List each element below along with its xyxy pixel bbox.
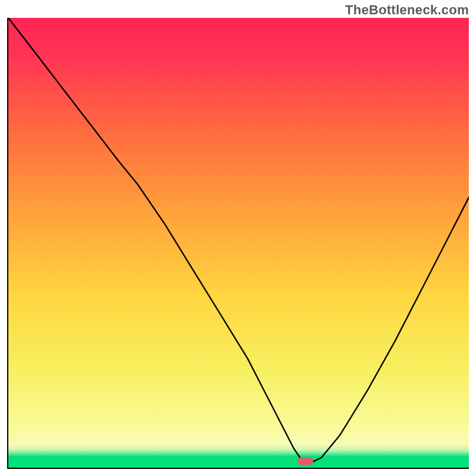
plot-area [7,18,469,469]
chart-canvas: TheBottleneck.com [0,0,476,476]
optimum-marker [298,457,313,465]
chart-line-layer [8,18,469,466]
watermark-text: TheBottleneck.com [345,2,469,18]
curve-line [8,18,469,462]
